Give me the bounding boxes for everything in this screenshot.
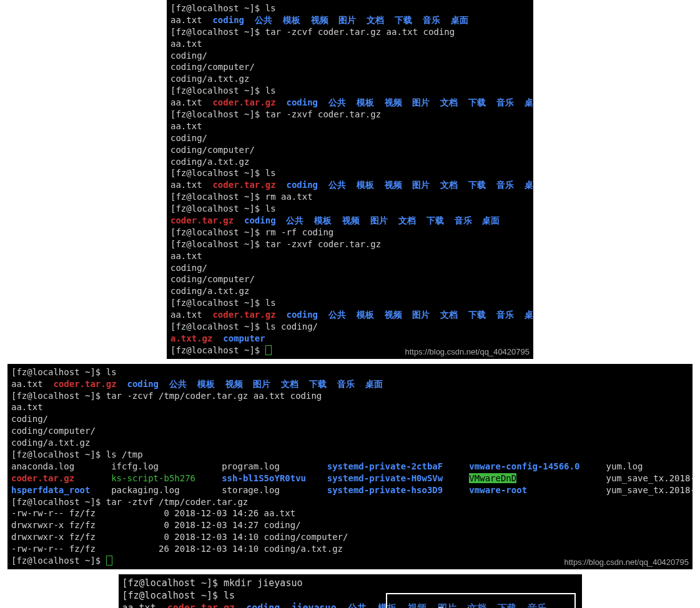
shell-prompt: [fz@localhost ~]$ [170, 192, 265, 202]
ls-item: coder.tar.gz [212, 97, 275, 107]
terminal-line: [fz@localhost ~]$ ls [170, 2, 530, 14]
output-text: coding/ [170, 51, 207, 61]
ls-row: hsperfdata_root packaging.log storage.lo… [11, 484, 689, 496]
output-text: coding/a.txt.gz [11, 438, 90, 448]
ls-item: 文档 [440, 180, 458, 190]
ls-item: VMwareDnD [469, 473, 516, 483]
terminal-line: aa.txt coder.tar.gz coding 公共 模板 视频 图片 文… [11, 378, 689, 390]
ls-item: 视频 [385, 310, 402, 320]
ls-item: 音乐 [423, 15, 440, 25]
shell-command: ls [106, 367, 117, 377]
output-text: coding/a.txt.gz [170, 286, 249, 296]
ls-item: ks-script-b5h276 [111, 473, 195, 483]
ls-item: 公共 [255, 15, 272, 25]
terminal-line: [fz@localhost ~]$ ls coding/ [170, 321, 530, 333]
ls-item: 模板 [357, 310, 374, 320]
terminal-line: [fz@localhost ~]$ ls [170, 203, 530, 215]
shell-prompt: [fz@localhost ~]$ [170, 203, 265, 213]
terminal-line: -rw-rw-r-- fz/fz 26 2018-12-03 14:10 cod… [11, 543, 689, 555]
terminal-2: [fz@localhost ~]$ lsaa.txt coder.tar.gz … [7, 364, 693, 569]
ls-item: 图片 [370, 215, 388, 225]
ls-item: coder.tar.gz [170, 215, 234, 225]
terminal-line: [fz@localhost ~]$ tar -zcvf /tmp/coder.t… [11, 390, 689, 402]
shell-prompt: [fz@localhost ~]$ [11, 556, 106, 566]
ls-item: 下载 [468, 310, 486, 320]
ls-item: coding [286, 180, 318, 190]
ls-item: 下载 [468, 97, 486, 107]
shell-prompt: [fz@localhost ~]$ [170, 345, 265, 355]
watermark-text: https://blog.csdn.net/qq_40420795 [405, 346, 530, 358]
terminal-line: aa.txt coder.tar.gz coding 公共 模板 视频 图片 文… [170, 309, 530, 321]
terminal-line: coding/computer/ [170, 273, 530, 285]
ls-item: 桌面 [525, 180, 533, 190]
terminal-line: drwxrwxr-x fz/fz 0 2018-12-03 14:10 codi… [11, 531, 689, 543]
terminal-line: aa.txt coder.tar.gz coding 公共 模板 视频 图片 文… [170, 179, 530, 191]
shell-command: tar -zcvf coder.tar.gz aa.txt coding [265, 27, 455, 37]
ls-item: 桌面 [451, 15, 468, 25]
ls-item: 文档 [440, 310, 458, 320]
ls-item: 公共 [348, 602, 367, 608]
ls-item: 视频 [311, 15, 328, 25]
terminal-line: aa.txt [11, 401, 689, 413]
ls-item: aa.txt [170, 97, 202, 107]
shell-command: ls coding/ [265, 321, 318, 331]
output-text: aa.txt [170, 251, 202, 261]
ls-item: yum_save_tx.2018-12-01.21-31.9Wu_uF.yumt… [606, 473, 693, 483]
terminal-line: coding/a.txt.gz [170, 285, 530, 297]
terminal-line: [fz@localhost ~]$ rm -rf coding [170, 227, 530, 238]
ls-item: aa.txt [170, 180, 202, 190]
terminal-line: [fz@localhost ~]$ ls [170, 85, 530, 97]
ls-item: anaconda.log [11, 461, 74, 471]
ls-item: 公共 [328, 97, 346, 107]
shell-prompt: [fz@localhost ~]$ [170, 321, 265, 331]
ls-item: aa.txt [11, 379, 43, 389]
ls-item: yum_save_tx.2018-12-02.22-12.AMuDXt.yumt… [606, 485, 693, 495]
ls-item: 图片 [412, 97, 430, 107]
ls-item: 图片 [412, 180, 430, 190]
ls-item: 音乐 [337, 379, 355, 389]
output-text: coding/ [11, 414, 48, 424]
shell-prompt: [fz@localhost ~]$ [122, 590, 224, 601]
ls-item: 音乐 [455, 215, 472, 225]
output-text: coding/ [170, 133, 207, 143]
shell-command: tar -ztvf /tmp/coder.tar.gz [106, 497, 249, 507]
terminal-line: [fz@localhost ~]$ tar -zxvf coder.tar.gz [170, 238, 530, 250]
watermark-text: https://blog.csdn.net/qq_40420795 [564, 557, 689, 568]
terminal-line: -rw-rw-r-- fz/fz 0 2018-12-03 14:26 aa.t… [11, 507, 689, 519]
terminal-line: coding/a.txt.gz [170, 156, 530, 168]
ls-item: 桌面 [525, 97, 533, 107]
output-text: coding/a.txt.gz [170, 74, 249, 84]
shell-command: ls [224, 590, 235, 601]
shell-prompt: [fz@localhost ~]$ [170, 239, 265, 249]
ls-item: systemd-private-2ctbaF [327, 461, 443, 471]
ls-item: 下载 [395, 15, 412, 25]
terminal-line: aa.txt coder.tar.gz coding 公共 模板 视频 图片 文… [170, 97, 530, 109]
shell-prompt: [fz@localhost ~]$ [11, 497, 106, 507]
shell-prompt: [fz@localhost ~]$ [170, 298, 265, 308]
ls-item: 公共 [286, 215, 303, 225]
ls-item: 图片 [338, 15, 356, 25]
shell-command: ls [265, 3, 276, 13]
terminal-line: aa.txt [170, 38, 530, 50]
shell-prompt: [fz@localhost ~]$ [170, 227, 265, 237]
output-text: -rw-rw-r-- fz/fz 26 2018-12-03 14:10 cod… [11, 544, 343, 554]
ls-item: coding [286, 97, 318, 107]
terminal-line: coding/computer/ [170, 144, 530, 156]
ls-item: 模板 [357, 180, 374, 190]
terminal-line: [fz@localhost ~]$ ls /tmp [11, 449, 689, 461]
ls-item: 文档 [440, 97, 458, 107]
ls-item: 下载 [468, 180, 486, 190]
ls-item: storage.log [222, 485, 280, 495]
output-text: -rw-rw-r-- fz/fz 0 2018-12-03 14:26 aa.t… [11, 508, 295, 518]
ls-item: ssh-bl1S5oYR0tvu [222, 473, 306, 483]
ls-item: hsperfdata_root [11, 485, 90, 495]
terminal-line: [fz@localhost ~]$ tar -ztvf /tmp/coder.t… [11, 496, 689, 508]
shell-command: rm -rf coding [265, 227, 334, 237]
shell-command: tar -zxvf coder.tar.gz [265, 239, 381, 249]
ls-item: 图片 [253, 379, 270, 389]
ls-item: 模板 [283, 15, 300, 25]
ls-item: coding [127, 379, 159, 389]
output-text: drwxrwxr-x fz/fz 0 2018-12-03 14:27 codi… [11, 520, 301, 530]
ls-item: a.txt.gz [170, 333, 212, 343]
ls-item: coder.tar.gz [212, 180, 275, 190]
